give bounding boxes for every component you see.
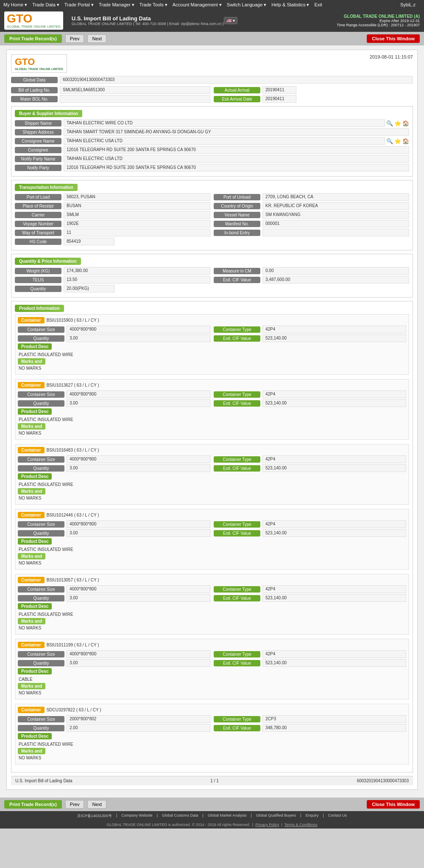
shipper-name-value: TAIHAN ELECTRIC WIRE CO LTD <box>64 119 385 127</box>
container-type-value: 42P4 <box>262 520 406 528</box>
vessel-name-label: Vessel Name <box>214 212 260 218</box>
shipper-address-value: TAIHAN SMART TOWER 317 SIMINDAE-RO ANYAN… <box>64 128 409 136</box>
mater-bol-label: Mater BOL No. <box>11 96 58 102</box>
search-icon[interactable]: 🔍 <box>386 120 393 126</box>
actual-arrival-value: 20190411 <box>262 86 296 94</box>
footer-qualified-buyers[interactable]: Global Qualified Buyers <box>256 813 296 819</box>
container-badge: Container <box>18 317 45 323</box>
nav-tradedata[interactable]: Trade Data ▾ <box>32 2 59 8</box>
shipper-name-label: Shipper Name <box>15 120 61 126</box>
top-nav: My Home ▾ Trade Data ▾ Trade Portal ▾ Tr… <box>0 0 424 9</box>
container-cif-value: 523,140.00 <box>262 659 406 667</box>
container-cif-label: Estl. CIF Value <box>214 530 260 537</box>
copyright-bar: GLOBAL TRADE ONLINE LIMITED is authorize… <box>0 821 424 829</box>
container-type-value: 42P4 <box>262 326 406 333</box>
port-unload-value: 2709, LONG BEACH, CA <box>262 193 409 201</box>
country-origin-value: KR. REPUBLIC OF KOREA <box>262 202 409 210</box>
nav-accountmanagement[interactable]: Account Management ▾ <box>173 2 222 8</box>
nav-exit[interactable]: Exit <box>314 2 322 7</box>
bottom-prev-button[interactable]: Prev <box>65 800 84 809</box>
container-type-label: Container Type <box>214 326 260 333</box>
footer-company-website[interactable]: Company Website <box>121 813 152 819</box>
container-badge: Container <box>18 512 45 518</box>
container-item-2: Container BSIU1016483 ( 63 / L / CY ) Co… <box>15 444 409 505</box>
header-text: U.S. Import Bill of Lading Data GLOBAL T… <box>72 15 224 26</box>
home-icon-2[interactable]: 🏠 <box>402 138 409 144</box>
marks-label: Marks and <box>18 358 45 365</box>
bol-value: SMLMSEL9A6851300 <box>60 86 210 94</box>
close-button[interactable]: Close This Window <box>367 34 420 43</box>
weight-label: Weight (KG) <box>15 268 61 274</box>
document-card: GTO GLOBAL TRADE ONLINE LIMITED 2019-08-… <box>6 50 418 790</box>
container-type-label: Container Type <box>214 521 260 528</box>
container-type-value: 42P4 <box>262 390 406 398</box>
container-qty-value: 3.00 <box>67 594 210 602</box>
nav-helpstatistics[interactable]: Help & Statistics ▾ <box>271 2 309 8</box>
container-qty-label: Quantity <box>18 530 64 537</box>
page-title: U.S. Import Bill of Lading Data <box>72 15 224 22</box>
marks-value: NO MARKS <box>18 626 406 630</box>
container-header: Container SDCU3297822 ( 63 / L / CY ) <box>18 707 406 713</box>
privacy-policy-link[interactable]: Privacy Policy <box>255 823 279 827</box>
container-item-3: Container BSIU1012446 ( 63 / L / CY ) Co… <box>15 509 409 570</box>
bol-label: Bill of Lading No. <box>11 87 58 93</box>
nav-switchlanguage[interactable]: Switch Language ▾ <box>227 2 266 8</box>
voyage-number-value: 1902E <box>64 220 210 228</box>
container-size-label: Container Size <box>18 391 64 398</box>
star-icon[interactable]: ⭐ <box>394 120 401 126</box>
container-size-label: Container Size <box>18 521 64 528</box>
container-type-label: Container Type <box>214 586 260 593</box>
nav-trademanager[interactable]: Trade Manager ▾ <box>99 2 134 8</box>
product-desc-label: Product Desc <box>18 668 52 674</box>
nav-myhome[interactable]: My Home ▾ <box>3 2 27 8</box>
container-badge: Container <box>18 382 45 388</box>
country-origin-label: Country of Origin <box>214 203 260 209</box>
bottom-print-button[interactable]: Print Trade Record(s) <box>4 800 62 809</box>
container-badge: Container <box>18 577 45 583</box>
product-desc-text: PLASTIC INSULATED WIRE <box>18 417 406 422</box>
quantity-price-section: Quantity & Price Information Weight (KG)… <box>11 254 413 298</box>
bottom-next-button[interactable]: Next <box>87 800 106 809</box>
marks-label: Marks and <box>18 423 45 430</box>
home-icon[interactable]: 🏠 <box>402 120 409 126</box>
footer-contact[interactable]: Contact Us <box>328 813 347 819</box>
container-qty-value: 2.00 <box>67 724 210 732</box>
flag-button[interactable]: 🇺🇸 ▾ <box>224 17 237 24</box>
terms-conditions-link[interactable]: Terms & Conditions <box>284 823 317 827</box>
product-section: Product Information Container BSIU101590… <box>11 301 413 772</box>
footer-customs-data[interactable]: Global Customs Data <box>162 813 198 819</box>
teus-value: 13.50 <box>64 276 210 284</box>
flag-label: ▾ <box>233 18 235 23</box>
container-header: Container BSIU1013057 ( 63 / L / CY ) <box>18 577 406 583</box>
footer-enquiry[interactable]: Enquiry <box>306 813 319 819</box>
measure-label: Measure in CM <box>214 268 260 274</box>
prev-button[interactable]: Prev <box>65 34 84 43</box>
buyer-supplier-section: Buyer & Supplier Information Shipper Nam… <box>11 106 413 177</box>
container-item-4: Container BSIU1013057 ( 63 / L / CY ) Co… <box>15 574 409 635</box>
expiry-date: Expire After 2019-12-31 <box>337 19 420 23</box>
container-qty-value: 3.00 <box>67 659 210 667</box>
product-desc-text: PLASTIC INSULATED WIRE <box>18 612 406 617</box>
measure-value: 0.00 <box>262 267 409 275</box>
container-header: Container BSIU1016483 ( 63 / L / CY ) <box>18 447 406 453</box>
global-data-value: 6003201904130000473303 <box>60 76 413 84</box>
footer-record-id: 6003201904130000473303 <box>357 778 409 783</box>
footer-doc-type: U.S. Import Bill of Lading Data <box>15 778 73 783</box>
notify-party-name-value: TAIHAN ELECTRIC USA LTD <box>64 155 409 163</box>
container-type-value: 42P4 <box>262 585 406 593</box>
esti-cif-value: 3,487,600.00 <box>262 276 409 284</box>
container-qty-label: Quantity <box>18 465 64 472</box>
nav-tradeportal[interactable]: Trade Portal ▾ <box>64 2 94 8</box>
doc-timestamp: 2019-08-01 11:15:07 <box>370 54 413 59</box>
transport-section: Transportation Information Port of Load … <box>11 180 413 250</box>
bottom-close-button[interactable]: Close This Window <box>367 800 420 809</box>
star-icon-2[interactable]: ⭐ <box>394 138 401 144</box>
in-bond-entry-value <box>262 229 409 236</box>
nav-tradetools[interactable]: Trade Tools ▾ <box>139 2 167 8</box>
print-button[interactable]: Print Trade Record(s) <box>4 34 62 43</box>
footer-market-analysis[interactable]: Global Market Analysis <box>208 813 247 819</box>
marks-value: NO MARKS <box>18 431 406 435</box>
marks-label: Marks and <box>18 748 45 754</box>
next-button[interactable]: Next <box>87 34 106 43</box>
search-icon-2[interactable]: 🔍 <box>386 138 393 144</box>
